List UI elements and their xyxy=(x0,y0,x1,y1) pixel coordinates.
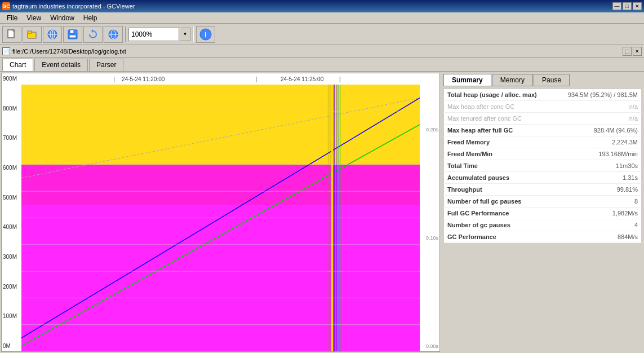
stat-row-freed-memory: Freed Memory 2,224.3M xyxy=(444,136,642,148)
stat-label-full-gc-perf: Full GC Performance xyxy=(444,208,553,219)
window-controls: — □ ✕ xyxy=(612,2,642,10)
stat-row-full-gc-pauses: Number of full gc pauses 8 xyxy=(444,196,642,208)
stat-label-full-gc-pauses: Number of full gc pauses xyxy=(444,196,553,208)
file-icon: 📄 xyxy=(2,47,10,55)
stat-value-max-heap-conc: n/a xyxy=(553,101,642,113)
y-axis: 900M 800M 700M 600M 500M 400M 300M 200M … xyxy=(2,73,21,351)
close-button[interactable]: ✕ xyxy=(633,2,642,10)
x-label-1: | xyxy=(113,76,115,82)
menu-window[interactable]: Window xyxy=(46,13,79,23)
web-button[interactable] xyxy=(43,26,62,43)
stat-label-acc-pauses: Accumulated pauses xyxy=(444,172,553,184)
pause-label-010: 0.10s xyxy=(421,235,438,241)
stat-value-max-tenured: n/a xyxy=(553,113,642,125)
svg-rect-9 xyxy=(70,30,74,33)
stat-row-total-heap: Total heap (usage / alloc. max) 934.5M (… xyxy=(444,89,642,101)
svg-rect-3 xyxy=(28,31,32,33)
stat-label-throughput: Throughput xyxy=(444,184,553,196)
info-button[interactable]: i xyxy=(196,26,215,43)
stat-value-max-heap-full: 928.4M (94.6%) xyxy=(553,125,642,136)
tab-parser[interactable]: Parser xyxy=(89,59,123,71)
chart-svg xyxy=(21,85,420,351)
stat-value-gc-pauses: 4 xyxy=(553,219,642,231)
file-bar-controls: ⬚ ✕ xyxy=(623,47,642,56)
stat-row-max-heap-conc: Max heap after conc GC n/a xyxy=(444,101,642,113)
zoom-dropdown-button[interactable]: ▼ xyxy=(180,28,190,41)
y-label-500: 500M xyxy=(3,195,20,201)
stat-label-total-time: Total Time xyxy=(444,160,553,172)
pause-label-020: 0.20s xyxy=(421,127,438,133)
menu-view[interactable]: View xyxy=(22,13,46,23)
panel-tab-summary[interactable]: Summary xyxy=(443,74,491,86)
main-tabs: Chart Event details Parser xyxy=(0,58,644,71)
menu-help[interactable]: Help xyxy=(79,13,102,23)
panel-undock-button[interactable]: ⬚ xyxy=(623,47,632,56)
window-title: tagtraum industries incorporated - GCVie… xyxy=(12,3,135,10)
x-axis: | 24-5-24 11:20:00 | 24-5-24 11:25:00 | xyxy=(21,73,439,85)
toolbar-separator2 xyxy=(193,27,194,42)
new-button[interactable] xyxy=(2,26,21,43)
stat-label-max-heap-full: Max heap after full GC xyxy=(444,125,553,136)
y-label-300: 300M xyxy=(3,254,20,260)
save-button[interactable] xyxy=(63,26,82,43)
panel-tab-pause[interactable]: Pause xyxy=(534,74,570,86)
y-label-900: 900M xyxy=(3,76,20,82)
stat-row-gc-pauses: Number of gc pauses 4 xyxy=(444,219,642,231)
x-label-tick3: | xyxy=(339,76,341,82)
stat-value-freed-mem-min: 193.168M/min xyxy=(553,148,642,160)
right-panel: Summary Memory Pause Total heap (usage /… xyxy=(441,72,644,353)
tab-event-details[interactable]: Event details xyxy=(34,59,88,71)
panel-tabs: Summary Memory Pause xyxy=(443,74,642,86)
y-label-400: 400M xyxy=(3,224,20,230)
stat-row-full-gc-perf: Full GC Performance 1,982M/s xyxy=(444,208,642,219)
stat-label-max-heap-conc: Max heap after conc GC xyxy=(444,101,553,113)
stat-value-total-heap: 934.5M (95.2%) / 981.5M xyxy=(553,89,642,101)
panel-close-button[interactable]: ✕ xyxy=(633,47,642,56)
stat-label-freed-mem-min: Freed Mem/Min xyxy=(444,148,553,160)
panel-tab-memory[interactable]: Memory xyxy=(492,74,533,86)
stat-row-gc-perf: GC Performance 884M/s xyxy=(444,231,642,243)
stat-label-total-heap: Total heap (usage / alloc. max) xyxy=(444,89,553,101)
minimize-button[interactable]: — xyxy=(612,2,621,10)
svg-text:i: i xyxy=(205,30,207,39)
web2-button[interactable] xyxy=(104,26,123,43)
refresh-button[interactable] xyxy=(83,26,103,43)
tab-chart[interactable]: Chart xyxy=(2,59,33,71)
zoom-input[interactable] xyxy=(128,28,179,41)
stat-row-total-time: Total Time 11m30s xyxy=(444,160,642,172)
pause-axis: 0.20s 0.10s 0.00s xyxy=(420,73,439,351)
stat-label-max-tenured: Max tenured after conc GC xyxy=(444,113,553,125)
stat-value-gc-perf: 884M/s xyxy=(553,231,642,243)
stat-row-max-heap-full: Max heap after full GC 928.4M (94.6%) xyxy=(444,125,642,136)
stat-row-throughput: Throughput 99.81% xyxy=(444,184,642,196)
main-content: | 24-5-24 11:20:00 | 24-5-24 11:25:00 | … xyxy=(0,71,644,353)
open-button[interactable] xyxy=(23,26,42,43)
stat-row-freed-mem-min: Freed Mem/Min 193.168M/min xyxy=(444,148,642,160)
stat-value-total-time: 11m30s xyxy=(553,160,642,172)
stat-row-acc-pauses: Accumulated pauses 1.31s xyxy=(444,172,642,184)
x-label-time2: 24-5-24 11:25:00 xyxy=(281,76,323,82)
toolbar: ▼ i xyxy=(0,24,644,45)
title-bar: GC tagtraum industries incorporated - GC… xyxy=(0,0,644,12)
stat-row-max-tenured: Max tenured after conc GC n/a xyxy=(444,113,642,125)
y-label-100: 100M xyxy=(3,313,20,319)
stat-label-gc-pauses: Number of gc pauses xyxy=(444,219,553,231)
x-label-time1: 24-5-24 11:20:00 xyxy=(122,76,165,82)
toolbar-separator xyxy=(125,27,126,42)
chart-area: | 24-5-24 11:20:00 | 24-5-24 11:25:00 | … xyxy=(1,73,440,352)
app-icon: GC xyxy=(2,2,10,10)
y-label-600: 600M xyxy=(3,165,20,171)
file-bar: 📄 file:/C:/Users/12748/Desktop/log/gclog… xyxy=(0,45,644,58)
stat-value-throughput: 99.81% xyxy=(553,184,642,196)
menu-file[interactable]: File xyxy=(2,13,22,23)
file-path: file:/C:/Users/12748/Desktop/log/gclog.t… xyxy=(12,48,126,55)
y-label-800: 800M xyxy=(3,105,20,112)
svg-rect-10 xyxy=(69,35,76,38)
y-label-200: 200M xyxy=(3,284,20,290)
stat-value-full-gc-perf: 1,982M/s xyxy=(553,208,642,219)
stat-value-freed-memory: 2,224.3M xyxy=(553,136,642,148)
maximize-button[interactable]: □ xyxy=(623,2,632,10)
y-label-700: 700M xyxy=(3,135,20,141)
stat-label-gc-perf: GC Performance xyxy=(444,231,553,243)
x-label-tick2: | xyxy=(256,76,257,82)
